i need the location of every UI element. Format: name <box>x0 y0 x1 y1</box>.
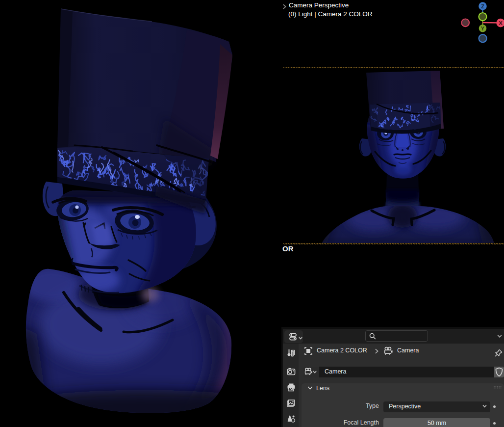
svg-text:Y: Y <box>481 26 485 31</box>
svg-text:X: X <box>499 20 503 26</box>
svg-text:Z: Z <box>481 3 484 9</box>
